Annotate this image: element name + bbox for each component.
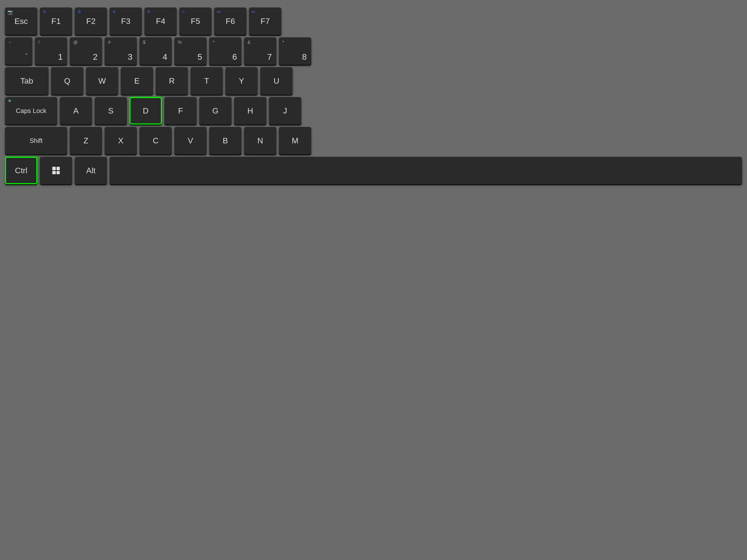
key-j[interactable]: J	[269, 97, 301, 125]
key-5-main: 5	[198, 52, 202, 62]
key-h[interactable]: H	[234, 97, 266, 125]
c-label: C	[153, 136, 158, 145]
key-f1[interactable]: 🖥 F1	[40, 7, 72, 35]
y-label: Y	[239, 76, 244, 86]
key-space[interactable]	[109, 157, 742, 184]
windows-icon	[52, 167, 60, 174]
key-z[interactable]: Z	[70, 127, 102, 154]
key-5[interactable]: % 5	[174, 37, 207, 65]
f1-label: F1	[51, 17, 60, 26]
fn-row: 📷 Esc 🖥 F1 🖥 F2 🖥 F3 ⚙ F4 ✳ F5 ⏮ F6 ⏭	[5, 7, 742, 35]
key-ctrl[interactable]: Ctrl	[5, 157, 37, 184]
key-t[interactable]: T	[190, 67, 223, 95]
fastforward-icon: ⏭	[252, 9, 256, 14]
n-label: N	[257, 136, 263, 145]
asterisk-icon: ✳	[182, 9, 185, 14]
key-3-main: 3	[128, 52, 132, 62]
r-label: R	[169, 76, 175, 86]
g-label: G	[212, 106, 218, 115]
esc-label: Esc	[15, 17, 28, 26]
b-label: B	[223, 136, 228, 145]
number-row: ~ ` ! 1 @ 2 # 3 $ 4 % 5 ^ 6 & 7	[5, 37, 742, 65]
key-n[interactable]: N	[244, 127, 276, 154]
key-7-top: &	[248, 40, 251, 45]
key-6-top: ^	[213, 40, 215, 45]
key-6-main: 6	[232, 52, 237, 62]
key-4[interactable]: $ 4	[139, 37, 172, 65]
key-win[interactable]	[40, 157, 72, 184]
u-label: U	[274, 76, 279, 86]
key-f2[interactable]: 🖥 F2	[75, 7, 107, 35]
key-4-top: $	[143, 40, 146, 45]
key-alt[interactable]: Alt	[75, 157, 107, 184]
key-esc[interactable]: 📷 Esc	[5, 7, 37, 35]
key-f5[interactable]: ✳ F5	[179, 7, 212, 35]
backtick-main: `	[25, 52, 28, 62]
key-3-top: #	[108, 40, 110, 45]
key-tab[interactable]: Tab	[5, 67, 49, 95]
key-u[interactable]: U	[260, 67, 292, 95]
key-g[interactable]: G	[199, 97, 232, 125]
key-caps-lock[interactable]: Caps Lock	[5, 97, 57, 125]
key-shift[interactable]: Shift	[5, 127, 67, 154]
s-label: S	[108, 106, 113, 115]
x-label: X	[118, 136, 123, 145]
key-f[interactable]: F	[164, 97, 197, 125]
key-1[interactable]: ! 1	[35, 37, 67, 65]
key-8[interactable]: * 8	[279, 37, 311, 65]
t-label: T	[204, 76, 209, 86]
q-label: Q	[64, 76, 71, 86]
key-x[interactable]: X	[105, 127, 137, 154]
key-4-main: 4	[162, 52, 167, 62]
f4-label: F4	[156, 17, 165, 26]
key-r[interactable]: R	[156, 67, 188, 95]
key-s[interactable]: S	[95, 97, 127, 125]
key-q[interactable]: Q	[51, 67, 83, 95]
settings-icon: ⚙	[147, 9, 150, 14]
key-b[interactable]: B	[209, 127, 241, 154]
tab-label: Tab	[20, 76, 33, 86]
v-label: V	[188, 136, 193, 145]
h-label: H	[247, 106, 253, 115]
rewind-icon: ⏮	[216, 9, 221, 14]
w-label: W	[98, 76, 106, 86]
key-7[interactable]: & 7	[244, 37, 276, 65]
key-a[interactable]: A	[60, 97, 92, 125]
key-f4[interactable]: ⚙ F4	[145, 7, 177, 35]
shift-label: Shift	[30, 137, 43, 144]
key-f3[interactable]: 🖥 F3	[109, 7, 142, 35]
f2-label: F2	[86, 17, 95, 26]
key-v[interactable]: V	[174, 127, 207, 154]
m-label: M	[292, 136, 299, 145]
f6-label: F6	[226, 17, 235, 26]
e-label: E	[134, 76, 139, 86]
keyboard: 📷 Esc 🖥 F1 🖥 F2 🖥 F3 ⚙ F4 ✳ F5 ⏮ F6 ⏭	[5, 7, 742, 184]
caps-label: Caps Lock	[16, 107, 47, 115]
j-label: J	[283, 106, 287, 115]
key-2[interactable]: @ 2	[70, 37, 102, 65]
f7-label: F7	[260, 17, 270, 26]
key-d[interactable]: D	[129, 97, 162, 125]
key-7-main: 7	[267, 52, 272, 62]
key-f7[interactable]: ⏭ F7	[249, 7, 281, 35]
f3-label: F3	[121, 17, 130, 26]
key-m[interactable]: M	[279, 127, 311, 154]
key-backtick[interactable]: ~ `	[5, 37, 32, 65]
ctrl-label: Ctrl	[15, 166, 27, 175]
f5-label: F5	[191, 17, 200, 26]
key-3[interactable]: # 3	[105, 37, 137, 65]
shift-row: Shift Z X C V B N M	[5, 127, 742, 154]
key-y[interactable]: Y	[225, 67, 258, 95]
key-w[interactable]: W	[86, 67, 118, 95]
key-6[interactable]: ^ 6	[209, 37, 241, 65]
f-label: F	[178, 106, 183, 115]
tab-row: Tab Q W E R T Y U	[5, 67, 742, 95]
backtick-top: ~	[8, 40, 11, 45]
key-f6[interactable]: ⏮ F6	[214, 7, 247, 35]
key-e[interactable]: E	[121, 67, 153, 95]
key-2-main: 2	[93, 52, 98, 62]
alt-label: Alt	[86, 166, 95, 175]
key-c[interactable]: C	[139, 127, 172, 154]
key-8-main: 8	[302, 52, 307, 62]
key-2-top: @	[73, 40, 78, 45]
